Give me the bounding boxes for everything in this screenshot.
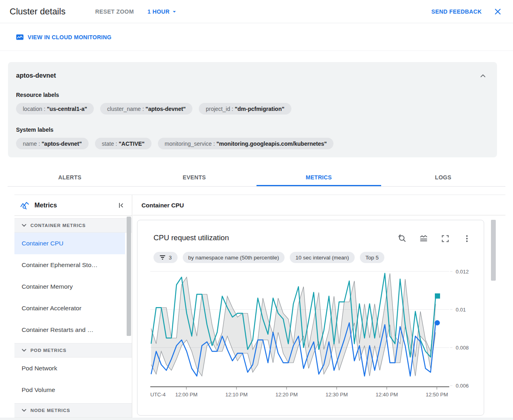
label-chip-location: location : "us-central1-a" xyxy=(16,103,94,115)
line-chart-magnifier-icon xyxy=(20,201,30,210)
section-items: Pod NetworkPod Volume xyxy=(14,358,132,401)
x-tick-label: 12:00 PM xyxy=(175,392,198,398)
chart-filter-chip-4[interactable]: Top 5 xyxy=(360,252,384,263)
sidebar-title: Metrics xyxy=(34,202,57,209)
tab-label: LOGS xyxy=(435,174,451,181)
chip-label: by namespace name (50th percentile) xyxy=(188,255,279,261)
cpu-chart-svg[interactable]: 0.0120.010.0080.00612:00 PM12:10 PM12:20… xyxy=(145,263,469,401)
sidebar-item-container-memory[interactable]: Container Memory xyxy=(14,276,125,297)
sidebar-section-container-metrics[interactable]: CONTAINER METRICS xyxy=(14,218,132,233)
page-title: Cluster details xyxy=(10,6,65,17)
collapse-card-button[interactable] xyxy=(478,71,488,81)
section-items: Container CPUContainer Ephemeral Sto…Con… xyxy=(14,233,132,341)
time-range-dropdown[interactable]: 1 HOUR xyxy=(147,8,178,15)
cluster-name: aptos-devnet xyxy=(16,72,489,80)
sidebar-sections: CONTAINER METRICS Container CPUContainer… xyxy=(14,218,132,418)
close-button[interactable] xyxy=(492,6,503,17)
series-endpoint-circle xyxy=(435,320,440,326)
tab-events[interactable]: EVENTS xyxy=(132,168,257,186)
bottom-strip xyxy=(0,418,513,420)
chevron-up-icon xyxy=(479,72,487,80)
sidebar-section-pod-metrics[interactable]: POD METRICS xyxy=(14,343,132,358)
chart-panel-scrollbar-thumb[interactable] xyxy=(491,220,496,281)
section-header-label: POD METRICS xyxy=(30,348,67,353)
label-chip-monitoring_service: monitoring_service : "monitoring.googlea… xyxy=(158,138,334,149)
collapse-sidebar-button[interactable] xyxy=(116,200,126,211)
chart-title: CPU request utilization xyxy=(153,233,229,242)
chip-label: Top 5 xyxy=(366,255,379,261)
metrics-sidebar-header: Metrics xyxy=(14,195,132,216)
chart-filter-chip-1[interactable]: 3 xyxy=(153,252,178,263)
chevron-down-icon xyxy=(21,347,27,354)
chevron-down-icon xyxy=(21,407,27,414)
utc-label: UTC-4 xyxy=(150,392,166,398)
sidebar-item-label: Container Ephemeral Sto… xyxy=(22,261,98,269)
sidebar-item-label: Pod Volume xyxy=(22,386,55,394)
chart-filter-chip-3[interactable]: 10 sec interval (mean) xyxy=(290,252,355,263)
send-feedback-button[interactable]: SEND FEEDBACK xyxy=(431,8,482,15)
y-tick-label: 0.006 xyxy=(456,383,469,389)
x-tick-label: 12:10 PM xyxy=(225,392,248,398)
area-chart-icon xyxy=(16,34,24,40)
tab-label: METRICS xyxy=(306,174,332,181)
sidebar-item-container-restarts-and[interactable]: Container Restarts and … xyxy=(14,319,125,341)
chevron-down-icon xyxy=(21,222,27,229)
tab-alerts[interactable]: ALERTS xyxy=(8,168,132,186)
chip-label: 10 sec interval (mean) xyxy=(295,255,349,261)
label-chip-cluster_name: cluster_name : "aptos-devnet" xyxy=(100,103,192,115)
sidebar-item-container-ephemeral-sto[interactable]: Container Ephemeral Sto… xyxy=(14,254,125,276)
fullscreen-icon xyxy=(440,234,450,243)
metrics-sidebar: Metrics CONTAINER METRICS Container CPUC… xyxy=(14,195,132,418)
collapse-left-icon xyxy=(117,202,125,209)
x-tick-label: 12:20 PM xyxy=(275,392,298,398)
section-header-label: NODE METRICS xyxy=(30,408,70,413)
chart-toolbar xyxy=(397,234,472,243)
tab-label: EVENTS xyxy=(183,174,206,181)
chart-panel-title: Container CPU xyxy=(141,202,184,209)
tab-bar: ALERTSEVENTSMETRICSLOGS xyxy=(8,168,505,187)
tab-metrics[interactable]: METRICS xyxy=(256,168,381,186)
resource-labels-row: location : "us-central1-a"cluster_name :… xyxy=(16,103,489,115)
sidebar-item-label: Container Accelerator xyxy=(22,305,81,312)
resource-labels-title: Resource labels xyxy=(16,92,489,98)
sidebar-section: POD METRICS Pod NetworkPod Volume xyxy=(14,343,132,401)
sidebar-item-pod-volume[interactable]: Pod Volume xyxy=(14,379,125,401)
sidebar-section: NODE METRICS xyxy=(14,403,132,418)
fullscreen-button[interactable] xyxy=(440,234,450,243)
time-range-label: 1 HOUR xyxy=(147,8,170,15)
chart-card: CPU request utilization 3 xyxy=(137,220,484,416)
y-tick-label: 0.008 xyxy=(456,345,469,351)
header-bar: Cluster details RESET ZOOM 1 HOUR SEND F… xyxy=(0,0,513,23)
label-chip-name: name : "aptos-devnet" xyxy=(16,138,89,149)
sidebar-section-node-metrics[interactable]: NODE METRICS xyxy=(14,403,132,418)
view-in-cloud-monitoring-link[interactable]: VIEW IN CLOUD MONITORING xyxy=(16,34,111,40)
sidebar-item-label: Container Memory xyxy=(22,283,73,290)
area-chart-icon xyxy=(419,234,428,243)
x-tick-label: 12:40 PM xyxy=(376,392,398,398)
sidebar-scrollbar-thumb[interactable] xyxy=(127,217,131,336)
system-labels-title: System labels xyxy=(16,127,489,133)
chart-filter-chips: 3 by namespace name (50th percentile) 10… xyxy=(153,252,384,263)
close-icon xyxy=(493,7,503,16)
caret-down-icon xyxy=(171,8,178,15)
filter-list-icon xyxy=(159,255,166,260)
sidebar-item-container-cpu[interactable]: Container CPU xyxy=(14,233,125,254)
more-vert-icon xyxy=(462,234,472,243)
sidebar-item-pod-network[interactable]: Pod Network xyxy=(14,358,125,379)
chart-filter-chip-2[interactable]: by namespace name (50th percentile) xyxy=(183,252,285,263)
zoom-reset-icon xyxy=(397,234,407,243)
system-labels-row: name : "aptos-devnet"state : "ACTIVE"mon… xyxy=(16,138,489,149)
series-endpoint-square xyxy=(435,293,440,299)
tab-label: ALERTS xyxy=(58,174,81,181)
sidebar-item-container-accelerator[interactable]: Container Accelerator xyxy=(14,297,125,319)
reset-zoom-button[interactable]: RESET ZOOM xyxy=(95,8,134,15)
more-options-button[interactable] xyxy=(462,234,472,243)
monitoring-link-label: VIEW IN CLOUD MONITORING xyxy=(28,34,111,40)
area-chart-mode-button[interactable] xyxy=(419,234,428,243)
label-chip-project_id: project_id : "dm-pcfmigration" xyxy=(199,103,291,115)
y-tick-label: 0.01 xyxy=(456,307,466,313)
x-tick-label: 12:50 PM xyxy=(426,392,448,398)
zoom-reset-button[interactable] xyxy=(397,234,407,243)
section-header-label: CONTAINER METRICS xyxy=(30,223,86,228)
tab-logs[interactable]: LOGS xyxy=(381,168,506,186)
